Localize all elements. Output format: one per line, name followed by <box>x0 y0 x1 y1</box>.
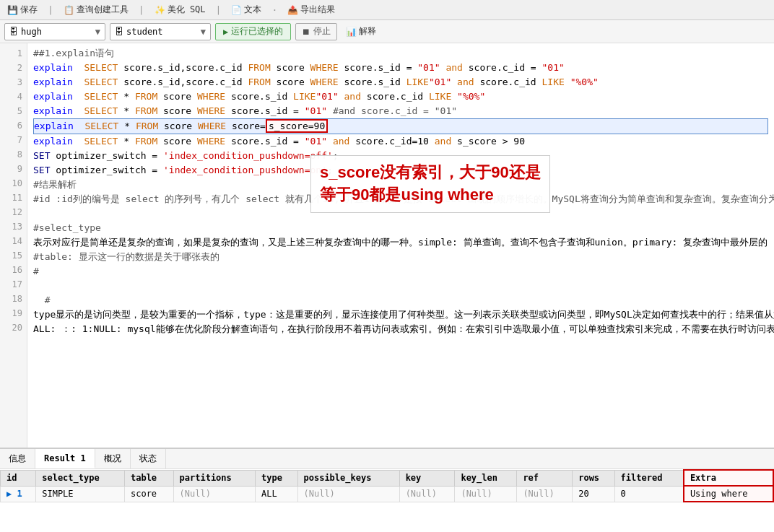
cell-key: (Null) <box>399 486 455 502</box>
explain-button[interactable]: 📊 解释 <box>342 23 381 40</box>
code-line-20: ALL: ：: 1:NULL: mysql能够在优化阶段分解查询语句，在执行阶段… <box>33 322 768 336</box>
tab-result1-label: Result 1 <box>44 453 86 463</box>
cell-select-type: SIMPLE <box>36 486 125 502</box>
code-line-16: # <box>33 264 768 279</box>
col-ref: ref <box>517 470 573 486</box>
bottom-tabs: 信息 Result 1 概况 状态 <box>0 449 774 469</box>
stop-icon: ⏹ <box>302 27 310 37</box>
separator: | <box>48 4 53 15</box>
tab-overview-label: 概况 <box>104 453 121 465</box>
bottom-panel: 信息 Result 1 概况 状态 id select_type table p… <box>0 448 774 532</box>
col-key: key <box>399 470 455 486</box>
cell-type: ALL <box>256 486 297 502</box>
cell-filtered: 0 <box>614 486 684 502</box>
separator2: | <box>139 4 144 15</box>
tab-status-label: 状态 <box>139 453 157 465</box>
annotation-line1: s_score没有索引，大于90还是 <box>320 162 541 184</box>
code-line-14: 表示对应行是简单还是复杂的查询，如果是复杂的查询，又是上述三种复杂查询中的哪一种… <box>33 235 768 250</box>
col-extra: Extra <box>684 470 773 486</box>
tab-info[interactable]: 信息 <box>0 449 35 468</box>
editor-area: 12345 678910 1112131415 1617181920 ##1.e… <box>0 43 774 448</box>
result-table-wrapper: id select_type table partitions type pos… <box>0 469 774 532</box>
save-label: 保存 <box>20 4 38 16</box>
database-icon: 🗄 <box>115 27 123 37</box>
line-numbers: 12345 678910 1112131415 1617181920 <box>0 43 27 448</box>
explain-icon: 📊 <box>346 27 357 37</box>
code-line-1: ##1.explain语句 <box>33 46 768 61</box>
stop-button[interactable]: ⏹ 停止 <box>295 23 337 40</box>
separator3: | <box>216 4 222 15</box>
cell-ref: (Null) <box>517 486 573 502</box>
export-icon: 📤 <box>287 5 298 15</box>
explain-label: 解释 <box>359 25 376 38</box>
save-button[interactable]: 💾 保存 <box>4 2 40 17</box>
code-line-13: #select_type <box>33 221 768 235</box>
export-label: 导出结果 <box>300 4 335 16</box>
tab-overview[interactable]: 概况 <box>95 449 131 468</box>
text-button[interactable]: 📄 文本 <box>228 2 264 17</box>
col-rows: rows <box>573 470 614 486</box>
query-builder-label: 查询创建工具 <box>77 4 129 16</box>
code-line-6: explain SELECT * FROM score WHERE score=… <box>33 118 768 134</box>
tab-result1[interactable]: Result 1 <box>35 449 95 468</box>
beautify-label: 美化 SQL <box>168 4 206 16</box>
cell-extra: Using where <box>684 486 773 502</box>
cell-possible-keys: (Null) <box>297 486 399 502</box>
col-filtered: filtered <box>614 470 684 486</box>
code-line-5: explain SELECT * FROM score WHERE score.… <box>33 104 768 118</box>
host-dropdown-icon: ▼ <box>95 27 100 37</box>
stop-label: 停止 <box>313 25 331 38</box>
cell-table: score <box>124 486 173 502</box>
connection-bar: 🗄 hugh ▼ 🗄 student ▼ ▶ 运行已选择的 ⏹ 停止 📊 解释 <box>0 20 774 43</box>
text-icon: 📄 <box>231 5 242 15</box>
annotation-overlay: s_score没有索引，大于90还是 等于90都是using where <box>310 155 550 213</box>
run-label: 运行已选择的 <box>231 25 283 38</box>
col-table: table <box>124 470 173 486</box>
table-row: ▶ 1 SIMPLE score (Null) ALL (Null) (Null… <box>1 486 774 502</box>
col-possible-keys: possible_keys <box>297 470 399 486</box>
database-dropdown-icon: ▼ <box>201 27 206 37</box>
col-partitions: partitions <box>173 470 256 486</box>
cell-rows: 20 <box>573 486 614 502</box>
table-header-row: id select_type table partitions type pos… <box>1 470 774 486</box>
code-line-19: type显示的是访问类型，是较为重要的一个指标，type：这是重要的列，显示连接… <box>33 308 768 322</box>
cell-partitions: (Null) <box>173 486 256 502</box>
annotation-line2: 等于90都是using where <box>320 184 541 206</box>
code-line-4: explain SELECT * FROM score WHERE score.… <box>33 90 768 104</box>
code-editor[interactable]: ##1.explain语句 explain SELECT score.s_id,… <box>27 43 774 448</box>
code-line-17 <box>33 279 768 293</box>
separator4: · <box>271 4 277 15</box>
database-select[interactable]: 🗄 student ▼ <box>110 23 211 40</box>
toolbar: 💾 保存 | 📋 查询创建工具 | ✨ 美化 SQL | 📄 文本 · 📤 导出… <box>0 0 774 20</box>
host-select[interactable]: 🗄 hugh ▼ <box>4 23 105 40</box>
col-id: id <box>1 470 36 486</box>
code-line-3: explain SELECT score.s_id,score.c_id FRO… <box>33 75 768 90</box>
tab-status[interactable]: 状态 <box>131 449 166 468</box>
query-builder-button[interactable]: 📋 查询创建工具 <box>61 2 131 17</box>
result-table: id select_type table partitions type pos… <box>0 469 774 502</box>
tab-info-label: 信息 <box>9 453 26 465</box>
beautify-button[interactable]: ✨ 美化 SQL <box>152 2 209 17</box>
database-value: student <box>126 27 163 37</box>
code-line-7: explain SELECT * FROM score WHERE score.… <box>33 134 768 149</box>
host-value: hugh <box>21 27 42 37</box>
save-icon: 💾 <box>7 5 18 15</box>
db-icon: 🗄 <box>9 27 18 37</box>
beauty-icon: ✨ <box>155 5 165 15</box>
col-type: type <box>256 470 297 486</box>
run-icon: ▶ <box>223 27 228 37</box>
cell-row-indicator: ▶ 1 <box>1 486 36 502</box>
run-button[interactable]: ▶ 运行已选择的 <box>215 23 291 40</box>
code-line-2: explain SELECT score.s_id,score.c_id FRO… <box>33 61 768 75</box>
code-line-18: # <box>33 293 768 308</box>
col-select-type: select_type <box>36 470 125 486</box>
text-label: 文本 <box>244 4 261 16</box>
code-line-15: #table: 显示这一行的数据是关于哪张表的 <box>33 250 768 264</box>
query-icon: 📋 <box>64 5 74 15</box>
export-button[interactable]: 📤 导出结果 <box>284 2 338 17</box>
cell-key-len: (Null) <box>455 486 517 502</box>
col-key-len: key_len <box>455 470 517 486</box>
